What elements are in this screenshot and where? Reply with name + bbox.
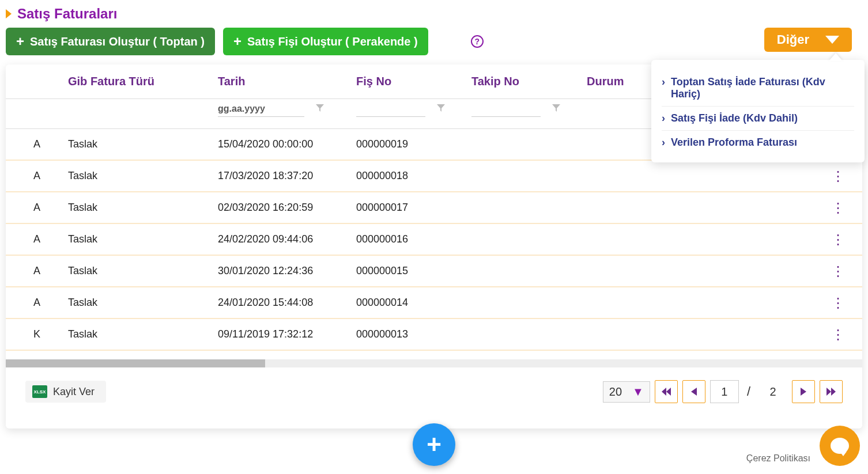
triangle-down-icon: [825, 36, 839, 44]
diger-dropdown: › Toptan Satış İade Faturası (Kdv Hariç)…: [651, 60, 865, 162]
cell-fis: 000000015: [356, 265, 471, 277]
horizontal-scrollbar[interactable]: [6, 359, 862, 367]
filter-icon[interactable]: [552, 104, 560, 115]
cell-fis: 000000014: [356, 297, 471, 309]
cell-code: A: [33, 233, 68, 245]
chat-button[interactable]: [820, 426, 860, 466]
page-separator: /: [744, 384, 754, 399]
dropdown-item-label: Satış Fişi İade (Kdv Dahil): [671, 112, 798, 124]
fis-filter-input[interactable]: [356, 101, 425, 117]
table-row[interactable]: ATaslak02/03/2020 16:20:59000000017⋮: [6, 192, 862, 224]
cell-gib: Taslak: [68, 138, 218, 150]
dropdown-pointer: [829, 53, 843, 61]
cell-gib: Taslak: [68, 233, 218, 245]
horizontal-scrollbar-thumb[interactable]: [6, 359, 265, 367]
chevron-right-icon: ›: [662, 136, 665, 149]
xlsx-icon: XLSX: [32, 385, 47, 398]
create-invoice-toptan-label: Satış Faturası Oluştur ( Toptan ): [30, 35, 205, 48]
export-button[interactable]: XLSX Kayit Ver: [25, 381, 106, 403]
takip-filter-input[interactable]: [471, 101, 541, 117]
cell-tarih: 24/01/2020 15:44:08: [218, 297, 356, 309]
cell-fis: 000000018: [356, 170, 471, 182]
col-fis[interactable]: Fiş No: [356, 75, 471, 88]
cell-code: A: [33, 138, 68, 150]
chevron-right-icon: ›: [662, 76, 665, 88]
dropdown-item-fis-iade[interactable]: › Satış Fişi İade (Kdv Dahil): [662, 107, 854, 131]
table-row[interactable]: ATaslak17/03/2020 18:37:20000000018⋮: [6, 161, 862, 192]
dropdown-item-proforma[interactable]: › Verilen Proforma Faturası: [662, 131, 854, 154]
help-icon[interactable]: ?: [471, 35, 484, 48]
kebab-icon[interactable]: ⋮: [831, 327, 845, 343]
cell-gib: Taslak: [68, 297, 218, 309]
create-invoice-toptan-button[interactable]: + Satış Faturası Oluştur ( Toptan ): [6, 28, 215, 55]
table-footer: XLSX Kayit Ver 20 ▼ 1 / 2: [6, 367, 862, 403]
cookie-policy-link[interactable]: Çerez Politikası: [746, 453, 810, 464]
triangle-down-icon: ▼: [632, 385, 644, 399]
table-body[interactable]: ATaslak15/04/2020 00:00:00000000019ATasl…: [6, 129, 862, 359]
cell-code: A: [33, 265, 68, 277]
create-receipt-perakende-button[interactable]: + Satış Fişi Oluştur ( Perakende ): [223, 28, 428, 55]
page-size-value: 20: [609, 385, 622, 399]
cell-fis: 000000013: [356, 328, 471, 340]
total-pages: 2: [758, 380, 787, 403]
kebab-icon[interactable]: ⋮: [831, 168, 845, 184]
cell-gib: Taslak: [68, 202, 218, 214]
col-code: [33, 75, 68, 88]
cell-fis: 000000016: [356, 233, 471, 245]
plus-icon: +: [427, 430, 441, 459]
first-page-button[interactable]: [655, 380, 678, 403]
kebab-icon[interactable]: ⋮: [831, 232, 845, 248]
col-tarih[interactable]: Tarih: [218, 75, 356, 88]
cell-code: K: [33, 328, 68, 340]
cell-tarih: 02/03/2020 16:20:59: [218, 202, 356, 214]
cell-gib: Taslak: [68, 328, 218, 340]
floating-add-button[interactable]: +: [413, 423, 455, 466]
current-page[interactable]: 1: [710, 380, 739, 403]
col-takip[interactable]: Takip No: [471, 75, 587, 88]
kebab-icon[interactable]: ⋮: [831, 200, 845, 216]
plus-icon: +: [233, 33, 241, 50]
page-title: Satış Faturaları: [17, 6, 117, 22]
cell-tarih: 09/11/2019 17:32:12: [218, 328, 356, 340]
cell-gib: Taslak: [68, 265, 218, 277]
col-gib[interactable]: Gib Fatura Türü: [68, 75, 218, 88]
table-row[interactable]: KTaslak09/11/2019 17:32:12000000013⋮: [6, 319, 862, 351]
cell-tarih: 15/04/2020 00:00:00: [218, 138, 356, 150]
last-page-button[interactable]: [820, 380, 843, 403]
dropdown-item-toptan-iade[interactable]: › Toptan Satış İade Faturası (Kdv Hariç): [662, 70, 854, 107]
toolbar: + Satış Faturası Oluştur ( Toptan ) + Sa…: [0, 22, 868, 65]
diger-button[interactable]: Diğer: [764, 28, 852, 52]
cell-tarih: 24/02/2020 09:44:06: [218, 233, 356, 245]
filter-icon[interactable]: [316, 104, 324, 115]
next-page-button[interactable]: [792, 380, 815, 403]
table-row[interactable]: ATaslak24/01/2020 15:44:08000000014⋮: [6, 287, 862, 319]
table-row[interactable]: ATaslak24/02/2020 09:44:06000000016⋮: [6, 224, 862, 256]
cell-code: A: [33, 170, 68, 182]
kebab-icon[interactable]: ⋮: [831, 295, 845, 311]
export-label: Kayit Ver: [53, 386, 95, 398]
pagination: 20 ▼ 1 / 2: [603, 380, 843, 403]
header: Satış Faturaları: [0, 0, 868, 22]
page-size-select[interactable]: 20 ▼: [603, 381, 650, 403]
cell-code: A: [33, 297, 68, 309]
chat-bubble-icon: [831, 438, 849, 454]
dropdown-item-label: Toptan Satış İade Faturası (Kdv Hariç): [671, 76, 854, 100]
table-row[interactable]: ATaslak30/01/2020 12:24:36000000015⋮: [6, 256, 862, 287]
cell-tarih: 17/03/2020 18:37:20: [218, 170, 356, 182]
dropdown-item-label: Verilen Proforma Faturası: [671, 136, 797, 149]
cell-code: A: [33, 202, 68, 214]
cell-gib: Taslak: [68, 170, 218, 182]
kebab-icon[interactable]: ⋮: [831, 263, 845, 279]
filter-icon[interactable]: [437, 104, 445, 115]
plus-icon: +: [16, 33, 24, 50]
cell-tarih: 30/01/2020 12:24:36: [218, 265, 356, 277]
chevron-right-icon: ›: [662, 112, 665, 124]
cell-fis: 000000017: [356, 202, 471, 214]
prev-page-button[interactable]: [682, 380, 705, 403]
diger-label: Diğer: [777, 32, 809, 47]
tarih-filter-input[interactable]: [218, 101, 304, 117]
create-receipt-perakende-label: Satış Fişi Oluştur ( Perakende ): [247, 35, 418, 48]
cell-fis: 000000019: [356, 138, 471, 150]
triangle-right-icon: [6, 9, 12, 18]
